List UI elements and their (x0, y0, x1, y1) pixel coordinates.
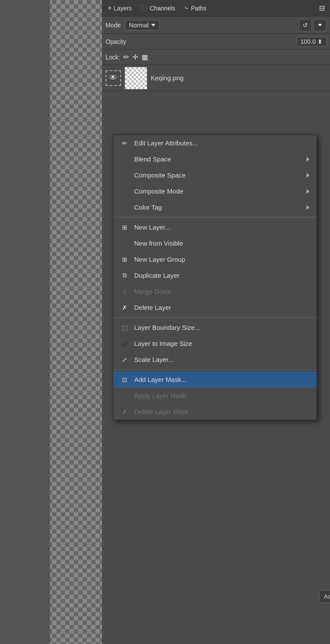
menu-delete-layer-mask: ✗ Delete Layer Mask (113, 404, 317, 420)
menu-scale-layer-label: Scale Layer... (134, 356, 310, 363)
new-layer-icon: ⊞ (120, 224, 129, 231)
menu-delete-layer[interactable]: ✗ Delete Layer (113, 299, 317, 315)
layer-row: 👁 Keqing.png (102, 65, 330, 91)
lock-position-icon[interactable]: ✛ (132, 53, 138, 61)
panel-menu-button[interactable]: ⊟ (316, 4, 328, 12)
paths-tab-icon: ⤷ (184, 5, 189, 11)
opacity-field[interactable]: 100.0 ⬍ (297, 37, 327, 46)
composite-space-submenu-icon (307, 173, 310, 177)
menu-edit-layer-attributes[interactable]: ✏ Edit Layer Attributes... (113, 135, 317, 151)
mode-chevron-icon (151, 24, 155, 26)
menu-add-layer-mask-label: Add Layer Mask... (134, 376, 310, 383)
menu-delete-layer-mask-label: Delete Layer Mask (134, 408, 310, 415)
context-menu: ✏ Edit Layer Attributes... Blend Space C… (113, 135, 317, 420)
menu-new-layer-group[interactable]: ⊞ New Layer Group (113, 251, 317, 267)
menu-blend-space[interactable]: Blend Space (113, 151, 317, 167)
delete-mask-icon: ✗ (120, 408, 129, 415)
tooltip: Add a ma (319, 590, 330, 603)
menu-composite-mode-label: Composite Mode (134, 187, 301, 195)
menu-layer-to-image-size-label: Layer to Image Size (134, 340, 310, 347)
menu-merge-down: ⇩ Merge Down (113, 283, 317, 299)
color-tag-submenu-icon (307, 205, 310, 210)
menu-color-tag-label: Color Tag (134, 204, 301, 211)
blend-space-submenu-icon (307, 157, 310, 161)
image-size-icon: ⬛ (120, 340, 129, 347)
menu-duplicate-layer[interactable]: ⧉ Duplicate Layer (113, 267, 317, 283)
menu-new-layer[interactable]: ⊞ New Layer... (113, 219, 317, 235)
menu-edit-layer-attributes-label: Edit Layer Attributes... (134, 139, 310, 147)
panel-tabs: ≡ Layers ⬛ Channels ⤷ Paths ⊟ (102, 0, 330, 16)
tooltip-text: Add a ma (324, 593, 330, 600)
eye-icon: 👁 (109, 73, 117, 82)
extra-dropdown-button[interactable] (314, 19, 327, 31)
mode-row: Mode Normal ↺ (102, 16, 330, 34)
opacity-spinner-icon: ⬍ (317, 38, 323, 45)
menu-add-layer-mask[interactable]: ⊡ Add Layer Mask... (113, 371, 317, 388)
lock-paint-icon[interactable]: ✏ (123, 53, 129, 61)
opacity-row: Opacity 100.0 ⬍ (102, 34, 330, 49)
menu-duplicate-layer-label: Duplicate Layer (134, 272, 310, 279)
menu-layer-boundary-size-label: Layer Boundary Size... (134, 324, 310, 331)
menu-merge-down-label: Merge Down (134, 288, 310, 295)
boundary-icon: ⬚ (120, 324, 129, 331)
layers-tab-icon: ≡ (108, 5, 112, 11)
refresh-button[interactable]: ↺ (299, 19, 312, 31)
tab-channels-label: Channels (150, 5, 175, 12)
menu-layer-to-image-size[interactable]: ⬛ Layer to Image Size (113, 335, 317, 352)
opacity-label: Opacity (106, 38, 297, 45)
merge-icon: ⇩ (120, 288, 129, 295)
menu-new-layer-label: New Layer... (134, 223, 310, 231)
layer-name: Keqing.png (151, 74, 184, 82)
add-mask-icon: ⊡ (120, 376, 129, 383)
menu-apply-layer-mask-label: Apply Layer Mask (134, 392, 310, 399)
separator-1 (113, 217, 317, 217)
tab-channels[interactable]: ⬛ Channels (136, 1, 180, 16)
menu-layer-boundary-size[interactable]: ⬚ Layer Boundary Size... (113, 319, 317, 335)
menu-new-from-visible-label: New from Visible (134, 240, 310, 247)
tab-paths-label: Paths (191, 5, 207, 12)
scale-icon: ⤢ (120, 356, 129, 363)
opacity-value: 100.0 (300, 38, 316, 45)
menu-new-layer-group-label: New Layer Group (134, 256, 310, 263)
left-sidebar (0, 0, 50, 644)
composite-mode-submenu-icon (307, 189, 310, 194)
duplicate-icon: ⧉ (120, 272, 129, 279)
mode-dropdown[interactable]: Normal (125, 20, 159, 30)
menu-composite-space[interactable]: Composite Space (113, 167, 317, 183)
layer-visibility-toggle[interactable]: 👁 (106, 70, 121, 86)
tab-layers-label: Layers (114, 5, 132, 12)
tab-layers[interactable]: ≡ Layers (104, 1, 136, 16)
menu-scale-layer[interactable]: ⤢ Scale Layer... (113, 352, 317, 368)
separator-2 (113, 317, 317, 318)
lock-row: Lock: ✏ ✛ ▦ (102, 49, 330, 65)
new-group-icon: ⊞ (120, 256, 129, 263)
lock-alpha-icon[interactable]: ▦ (142, 53, 148, 61)
menu-composite-mode[interactable]: Composite Mode (113, 183, 317, 199)
menu-delete-layer-label: Delete Layer (134, 304, 310, 311)
mode-value: Normal (129, 22, 148, 29)
mode-label: Mode (106, 22, 121, 29)
edit-icon: ✏ (120, 140, 129, 147)
lock-label: Lock: (106, 54, 120, 61)
menu-composite-space-label: Composite Space (134, 171, 301, 179)
menu-new-from-visible[interactable]: New from Visible (113, 235, 317, 251)
tab-paths[interactable]: ⤷ Paths (180, 1, 211, 16)
menu-blend-space-label: Blend Space (134, 155, 301, 163)
menu-color-tag[interactable]: Color Tag (113, 199, 317, 215)
extra-chevron-icon (318, 24, 322, 26)
delete-icon: ✗ (120, 304, 129, 311)
channels-tab-icon: ⬛ (141, 5, 148, 11)
separator-3 (113, 369, 317, 370)
layer-thumbnail (125, 67, 147, 89)
menu-apply-layer-mask: Apply Layer Mask (113, 388, 317, 404)
